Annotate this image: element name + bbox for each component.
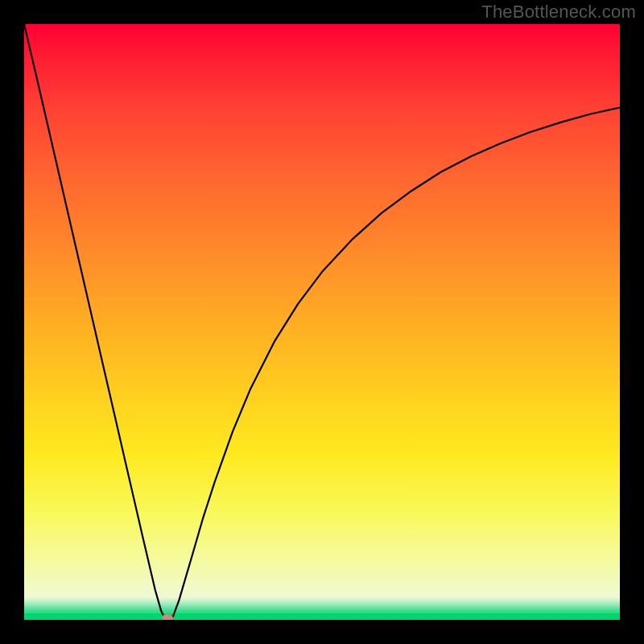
minimum-marker [162, 613, 173, 620]
curve-svg [24, 24, 620, 620]
chart-frame: TheBottleneck.com [0, 0, 644, 644]
watermark-text: TheBottleneck.com [481, 2, 636, 23]
bottleneck-curve [24, 24, 620, 618]
plot-area [24, 24, 620, 620]
